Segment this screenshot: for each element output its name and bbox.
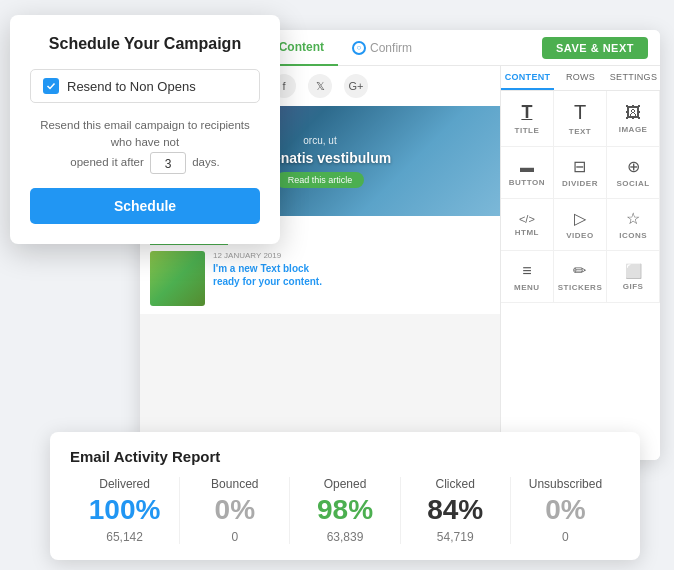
stickers-icon: ✏ — [573, 261, 586, 280]
days-input[interactable]: 3 — [150, 152, 186, 174]
lorem-heading: I'm a new Text block ready for your cont… — [213, 262, 490, 288]
gifs-label: GIFS — [623, 282, 644, 291]
twitter-icon[interactable]: 𝕏 — [308, 74, 332, 98]
sidebar-item-video[interactable]: ▷ VIDEO — [554, 199, 607, 251]
stat-opened-percent: 98% — [300, 495, 389, 526]
title-icon: T — [521, 102, 532, 123]
social-icon: ⊕ — [627, 157, 640, 176]
resend-description: Resend this email campaign to recipients… — [30, 117, 260, 174]
image-label: IMAGE — [619, 125, 648, 134]
sidebar-item-title[interactable]: T TITLE — [501, 91, 554, 147]
read-article-button[interactable]: Read this article — [276, 172, 365, 188]
sidebar-item-text[interactable]: T TEXT — [554, 91, 607, 147]
image-icon: 🖼 — [625, 104, 641, 122]
sidebar-tab-content[interactable]: CONTENT — [501, 66, 554, 90]
stat-bounced-number: 0 — [190, 530, 279, 544]
stat-unsubscribed: Unsubscribed 0% 0 — [511, 477, 620, 544]
sidebar-item-stickers[interactable]: ✏ STICKERS — [554, 251, 607, 303]
activity-report: Email Activity Report Delivered 100% 65,… — [50, 432, 640, 560]
builder-sidebar: CONTENT ROWS SETTINGS T TITLE T TEXT 🖼 I… — [500, 66, 660, 460]
schedule-modal: Schedule Your Campaign Resend to Non Ope… — [10, 15, 280, 244]
menu-label: MENU — [514, 283, 540, 292]
divider-icon: ⊟ — [573, 157, 586, 176]
icons-label: ICONS — [619, 231, 647, 240]
sidebar-item-divider[interactable]: ⊟ DIVIDER — [554, 147, 607, 199]
sidebar-item-html[interactable]: </> HTML — [501, 199, 554, 251]
stat-clicked-label: Clicked — [411, 477, 500, 491]
sidebar-items: T TITLE T TEXT 🖼 IMAGE ▬ BUTTON ⊟ — [501, 91, 660, 303]
tab-confirm[interactable]: ○ Confirm — [338, 30, 426, 66]
sidebar-tab-rows[interactable]: ROWS — [554, 66, 607, 90]
schedule-button[interactable]: Schedule — [30, 188, 260, 224]
stat-opened-number: 63,839 — [300, 530, 389, 544]
stat-delivered-label: Delivered — [80, 477, 169, 491]
text-icon: T — [574, 101, 586, 124]
lorem-image — [150, 251, 205, 306]
sidebar-tab-settings[interactable]: SETTINGS — [607, 66, 660, 90]
button-label: BUTTON — [509, 178, 545, 187]
googleplus-icon[interactable]: G+ — [344, 74, 368, 98]
menu-icon: ≡ — [522, 262, 531, 280]
sidebar-item-icons[interactable]: ☆ ICONS — [607, 199, 660, 251]
lorem-date: 12 JANUARY 2019 — [213, 251, 490, 260]
lorem-text-block: 12 JANUARY 2019 I'm a new Text block rea… — [213, 251, 490, 306]
stat-unsubscribed-number: 0 — [521, 530, 610, 544]
title-label: TITLE — [515, 126, 540, 135]
modal-title: Schedule Your Campaign — [30, 35, 260, 53]
checkbox-row[interactable]: Resend to Non Opens — [30, 69, 260, 103]
video-label: VIDEO — [566, 231, 593, 240]
sidebar-item-button[interactable]: ▬ BUTTON — [501, 147, 554, 199]
icons-icon: ☆ — [626, 209, 640, 228]
stat-clicked-number: 54,719 — [411, 530, 500, 544]
resend-checkbox[interactable] — [43, 78, 59, 94]
sidebar-item-social[interactable]: ⊕ SOCIAL — [607, 147, 660, 199]
stat-bounced-label: Bounced — [190, 477, 279, 491]
stat-unsubscribed-label: Unsubscribed — [521, 477, 610, 491]
resend-checkbox-label: Resend to Non Opens — [67, 79, 196, 94]
stat-opened-label: Opened — [300, 477, 389, 491]
lorem-content: 12 JANUARY 2019 I'm a new Text block rea… — [150, 251, 490, 306]
stat-delivered: Delivered 100% 65,142 — [70, 477, 180, 544]
sidebar-item-image[interactable]: 🖼 IMAGE — [607, 91, 660, 147]
stat-clicked-percent: 84% — [411, 495, 500, 526]
html-label: HTML — [515, 228, 539, 237]
hero-text: orcu, ut — [303, 135, 336, 146]
tab-check-confirm: ○ — [352, 41, 366, 55]
text-label: TEXT — [569, 127, 591, 136]
social-label: SOCIAL — [616, 179, 649, 188]
gifs-icon: ⬜ — [625, 263, 642, 279]
sidebar-tabs: CONTENT ROWS SETTINGS — [501, 66, 660, 91]
button-icon: ▬ — [520, 159, 534, 175]
sidebar-item-gifs[interactable]: ⬜ GIFS — [607, 251, 660, 303]
report-stats: Delivered 100% 65,142 Bounced 0% 0 Opene… — [70, 477, 620, 544]
stat-unsubscribed-percent: 0% — [521, 495, 610, 526]
stat-clicked: Clicked 84% 54,719 — [401, 477, 511, 544]
stat-bounced: Bounced 0% 0 — [180, 477, 290, 544]
stickers-label: STICKERS — [558, 283, 602, 292]
report-title: Email Activity Report — [70, 448, 620, 465]
stat-delivered-percent: 100% — [80, 495, 169, 526]
sidebar-item-menu[interactable]: ≡ MENU — [501, 251, 554, 303]
stat-delivered-number: 65,142 — [80, 530, 169, 544]
divider-label: DIVIDER — [562, 179, 598, 188]
html-icon: </> — [519, 213, 535, 225]
stat-bounced-percent: 0% — [190, 495, 279, 526]
video-icon: ▷ — [574, 209, 586, 228]
save-next-button[interactable]: SAVE & NEXT — [542, 37, 648, 59]
stat-opened: Opened 98% 63,839 — [290, 477, 400, 544]
